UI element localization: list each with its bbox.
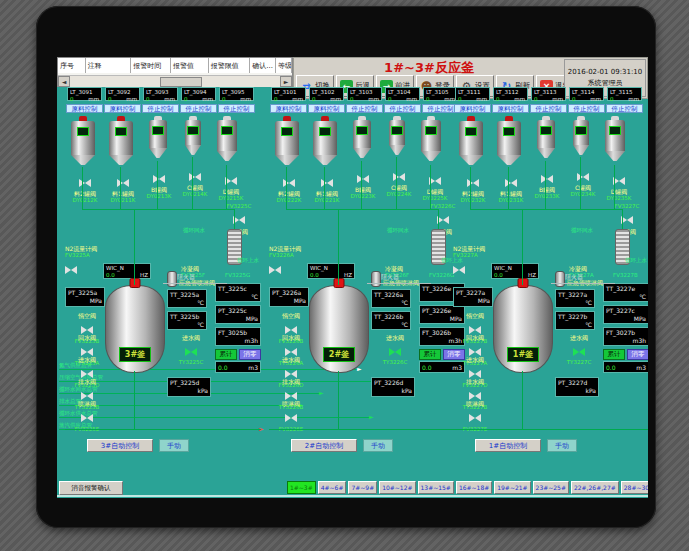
valve-icon[interactable] [285, 348, 297, 356]
valve-icon[interactable] [469, 392, 481, 400]
tank-control-button[interactable]: 停止控制 [530, 104, 567, 113]
valve-icon[interactable] [469, 326, 481, 334]
tank-valve[interactable]: C罐阀DY0224K [379, 167, 419, 197]
valve-icon[interactable] [453, 266, 465, 274]
page-button-7-9[interactable]: 7#~9# [348, 481, 377, 494]
manual-button[interactable]: 手动 [547, 439, 577, 452]
mute-alarm-button[interactable]: 消音报警确认 [59, 481, 123, 495]
reactor-vessel[interactable]: 1#釜 [493, 285, 553, 373]
valve-icon[interactable] [65, 266, 77, 274]
tank-control-button[interactable]: 停止控制 [218, 104, 255, 113]
tank-valve[interactable]: 料2罐阀DY0232K [453, 173, 493, 203]
water-inlet-valve[interactable]: 进水阀TY3225C [169, 335, 213, 365]
valve-icon[interactable] [153, 175, 165, 183]
valve-icon[interactable] [283, 179, 295, 187]
tank-valve[interactable]: B罐阀DY0233K [527, 169, 567, 199]
tank-valve[interactable]: D罐阀DY0225K [415, 171, 455, 201]
valve-icon[interactable] [469, 370, 481, 378]
page-button-28-30[interactable]: 28#~30# [621, 481, 648, 494]
tank-valve[interactable]: 料1罐阀DY0221K [307, 173, 347, 203]
totalize-button[interactable]: 累计 [215, 349, 237, 360]
auto-control-button[interactable]: 2#自动控制 [291, 439, 357, 452]
tank-control-button[interactable]: 停止控制 [346, 104, 383, 113]
pipe-line [286, 167, 287, 209]
valve-icon[interactable] [469, 348, 481, 356]
valve-icon[interactable] [81, 370, 93, 378]
valve-icon[interactable] [573, 348, 585, 356]
manual-button[interactable]: 手动 [363, 439, 393, 452]
tank-control-button[interactable]: 停止控制 [568, 104, 605, 113]
valve-icon[interactable] [505, 179, 517, 187]
valve-icon[interactable] [81, 348, 93, 356]
auto-control-button[interactable]: 1#自动控制 [475, 439, 541, 452]
valve-icon[interactable] [269, 266, 281, 274]
tank-valve[interactable]: 料1罐阀DY0211K [103, 173, 143, 203]
valve-icon[interactable] [81, 392, 93, 400]
tank-valve[interactable]: 料2罐阀DY0222K [269, 173, 309, 203]
reset-button[interactable]: 消零 [239, 349, 261, 360]
tank-control-button[interactable]: 原料控制 [104, 104, 141, 113]
valve-icon[interactable] [541, 175, 553, 183]
tank-valve[interactable]: C罐阀DY0214K [175, 167, 215, 197]
tank-control-button[interactable]: 原料控制 [66, 104, 103, 113]
pipe-line [438, 209, 439, 229]
valve-icon[interactable] [393, 173, 405, 181]
valve-icon[interactable] [285, 370, 297, 378]
tank-control-button[interactable]: 原料控制 [454, 104, 491, 113]
tank-control-button[interactable]: 原料控制 [492, 104, 529, 113]
valve-icon[interactable] [79, 179, 91, 187]
reactor-valve[interactable]: 喷淋阀FV3226E [271, 401, 311, 433]
manual-button[interactable]: 手动 [159, 439, 189, 452]
valve-icon[interactable] [389, 348, 401, 356]
tank-valve[interactable]: 料1罐阀DY0231K [491, 173, 531, 203]
valve-icon[interactable] [285, 326, 297, 334]
page-button-22-26-27[interactable]: 22#,26#,27# [571, 481, 619, 494]
page-button-23-25[interactable]: 23#~25# [533, 481, 569, 494]
page-button-16-18[interactable]: 16#~18# [456, 481, 492, 494]
valve-icon[interactable] [467, 179, 479, 187]
tank-valve[interactable]: D罐阀DY0215K [211, 171, 251, 201]
valve-icon[interactable] [577, 173, 589, 181]
reactor-vessel[interactable]: 3#釜 [105, 285, 165, 373]
valve-icon[interactable] [81, 414, 93, 422]
totalize-button[interactable]: 累计 [419, 349, 441, 360]
tank-control-button[interactable]: 原料控制 [270, 104, 307, 113]
water-inlet-valve[interactable]: 进水阀TY3227C [557, 335, 601, 365]
feed-tank [459, 116, 483, 165]
reactor-name-window: 3#釜 [119, 347, 151, 362]
tank-control-button[interactable]: 停止控制 [384, 104, 421, 113]
auto-control-button[interactable]: 3#自动控制 [87, 439, 153, 452]
valve-icon[interactable] [81, 326, 93, 334]
valve-icon[interactable] [189, 173, 201, 181]
valve-icon[interactable] [321, 179, 333, 187]
reactor-valve[interactable]: 喷淋阀FV3225E [67, 401, 107, 433]
pipe-line [453, 429, 648, 430]
tank-control-button[interactable]: 原料控制 [308, 104, 345, 113]
page-button-1-3[interactable]: 1#~3# [287, 481, 316, 494]
tank-control-button[interactable]: 停止控制 [142, 104, 179, 113]
tank-valve[interactable]: 料2罐阀DY0212K [65, 173, 105, 203]
page-button-4-6[interactable]: 4#~6# [318, 481, 347, 494]
valve-icon[interactable] [285, 392, 297, 400]
reactor-vessel[interactable]: 2#釜 [309, 285, 369, 373]
valve-icon[interactable] [357, 175, 369, 183]
page-button-13-15[interactable]: 13#~15# [418, 481, 454, 494]
reset-button[interactable]: 消零 [627, 349, 648, 360]
tank-control-button[interactable]: 停止控制 [606, 104, 643, 113]
tank-valve[interactable]: B罐阀DY0223K [343, 169, 383, 199]
tank-control-button[interactable]: 停止控制 [180, 104, 217, 113]
page-button-19-21[interactable]: 19#~21# [494, 481, 530, 494]
valve-icon[interactable] [185, 348, 197, 356]
totalize-button[interactable]: 累计 [603, 349, 625, 360]
valve-icon[interactable] [469, 414, 481, 422]
water-inlet-valve[interactable]: 进水阀TY3226C [373, 335, 417, 365]
feed-tank [149, 116, 167, 158]
page-button-10-12[interactable]: 10#~12# [379, 481, 415, 494]
pressure-readout: PT_3225dkPa [167, 377, 211, 397]
valve-icon[interactable] [285, 414, 297, 422]
reactor-valve[interactable]: 喷淋阀FV3227E [455, 401, 495, 433]
tank-valve[interactable]: D罐阀DY0235K [599, 171, 639, 201]
valve-icon[interactable] [117, 179, 129, 187]
tank-valve[interactable]: B罐阀DY0213K [139, 169, 179, 199]
tank-valve[interactable]: C罐阀DY0234K [563, 167, 603, 197]
